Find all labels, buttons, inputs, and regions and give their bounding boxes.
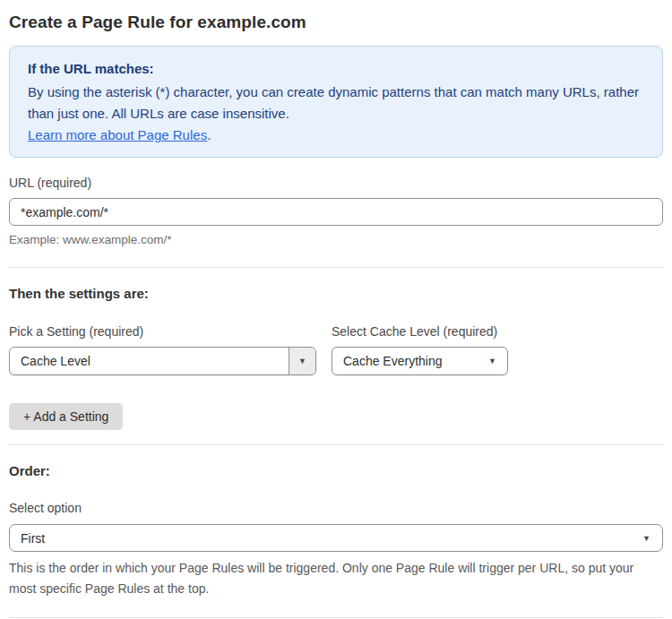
url-match-info-box: If the URL matches: By using the asteris… [9,46,663,158]
divider [9,617,663,618]
url-field-label: URL (required) [9,176,663,191]
chevron-down-icon: ▼ [642,534,650,542]
cache-level-picker-label: Select Cache Level (required) [332,324,497,340]
link-suffix: . [207,127,211,142]
url-input[interactable] [9,198,663,226]
page-title: Create a Page Rule for example.com [9,13,663,32]
divider [9,267,663,268]
cache-level-select-value: Cache Everything [332,354,443,368]
order-select-label: Select option [9,501,663,516]
settings-section-heading: Then the settings are: [9,286,663,301]
order-select[interactable]: First ▼ [9,524,663,552]
setting-picker-label: Pick a Setting (required) [9,324,332,340]
chevron-down-icon: ▼ [298,357,306,365]
learn-more-link[interactable]: Learn more about Page Rules [28,127,207,142]
info-box-body: By using the asterisk (*) character, you… [28,82,644,125]
order-select-value: First [10,531,45,546]
page-rule-form: Create a Page Rule for example.com If th… [0,0,672,619]
order-helper-text: This is the order in which your Page Rul… [9,558,663,599]
chevron-down-icon: ▼ [488,357,496,365]
setting-select-arrow-cap: ▼ [289,348,315,374]
info-box-heading: If the URL matches: [28,58,644,80]
divider [9,444,663,445]
setting-select[interactable]: Cache Level ▼ [9,347,316,375]
order-section-heading: Order: [9,463,663,478]
info-box-link-line: Learn more about Page Rules. [28,125,644,146]
picker-labels-row: Pick a Setting (required) Select Cache L… [9,324,663,340]
url-example-helper: Example: www.example.com/* [9,232,663,247]
cache-level-select[interactable]: Cache Everything ▼ [332,347,508,375]
picker-row: Cache Level ▼ Cache Everything ▼ [9,347,663,375]
setting-select-value: Cache Level [10,354,90,368]
add-setting-button[interactable]: + Add a Setting [9,403,123,430]
